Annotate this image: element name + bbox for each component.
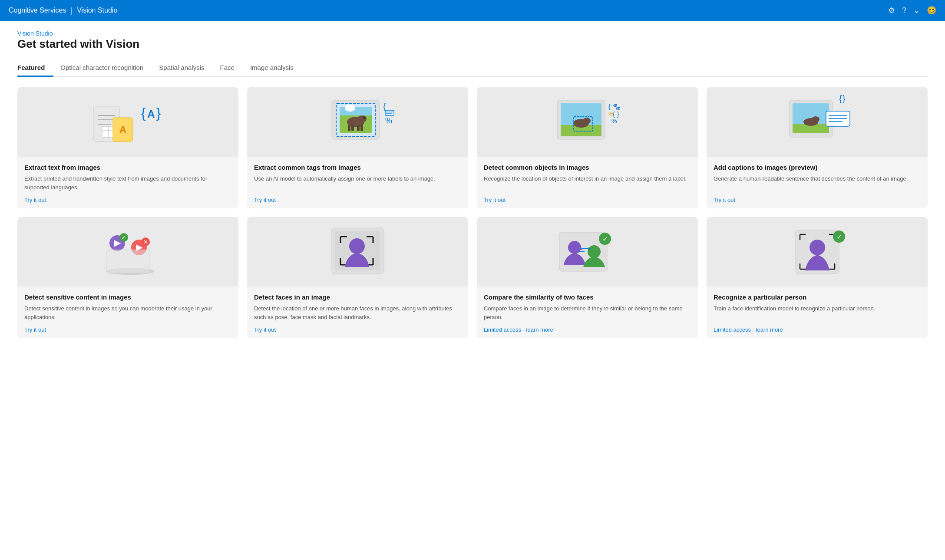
gear-icon[interactable]: ⚙ (888, 6, 895, 15)
card-detect-faces-body: Detect faces in an image Detect the loca… (247, 287, 468, 338)
svg-rect-25 (385, 110, 394, 115)
card-recognize-person: ✓ Recognize a particular person Train a … (707, 217, 928, 338)
svg-text:}: } (616, 103, 618, 110)
svg-point-46 (812, 116, 819, 122)
card-extract-text-body: Extract text from images Extract printed… (17, 157, 238, 208)
svg-point-76 (588, 245, 601, 258)
svg-text:}: } (617, 111, 619, 118)
svg-text:%: % (611, 118, 617, 125)
tab-featured[interactable]: Featured (17, 59, 53, 77)
card-recognize-person-title: Recognize a particular person (714, 293, 921, 301)
card-compare-faces-image: ✓ (477, 217, 698, 287)
card-detect-objects-image: { 🐾 } % { } % (477, 87, 698, 157)
card-extract-tags-image: { % (247, 87, 468, 157)
help-icon[interactable]: ? (902, 6, 906, 15)
svg-rect-19 (351, 125, 354, 131)
card-recognize-person-desc: Train a face identification model to rec… (714, 304, 921, 321)
svg-text:{: { (608, 103, 611, 110)
header-brand: Cognitive Services | Vision Studio (9, 6, 117, 15)
svg-text:%: % (385, 116, 392, 125)
card-extract-tags-body: Extract common tags from images Use an A… (247, 157, 468, 208)
svg-rect-20 (357, 125, 360, 131)
svg-text:{: { (613, 111, 615, 118)
card-detect-objects-desc: Recognize the location of objects of int… (484, 175, 691, 191)
svg-text:{: { (383, 102, 386, 111)
card-detect-objects-title: Detect common objects in images (484, 164, 691, 171)
card-extract-tags-title: Extract common tags from images (254, 164, 461, 171)
card-recognize-person-image: ✓ (707, 217, 928, 287)
card-detect-faces-link[interactable]: Try it out (254, 326, 461, 333)
card-extract-text-image: A { A } (17, 87, 238, 157)
svg-rect-21 (360, 125, 363, 131)
svg-point-90 (810, 240, 825, 255)
card-compare-faces-link[interactable]: Limited access - learn more (484, 326, 691, 333)
card-recognize-person-body: Recognize a particular person Train a fa… (707, 287, 928, 338)
tab-face[interactable]: Face (220, 59, 243, 77)
card-sensitive-content-image: ▶ ✓ ▶ ✕ (17, 217, 238, 287)
card-sensitive-content-link[interactable]: Try it out (24, 326, 231, 333)
card-sensitive-content-title: Detect sensitive content in images (24, 293, 231, 301)
tab-ocr[interactable]: Optical character recognition (60, 59, 152, 77)
card-extract-text-desc: Extract printed and handwritten style te… (24, 175, 231, 191)
card-extract-text: A { A } Extract text from images Extract… (17, 87, 238, 208)
svg-text:✓: ✓ (602, 235, 608, 243)
svg-text:✕: ✕ (143, 239, 148, 245)
card-detect-faces-desc: Detect the location of one or more human… (254, 304, 461, 321)
cards-row2: ▶ ✓ ▶ ✕ Detect sensitive content in imag… (17, 217, 928, 338)
cards-row1: A { A } Extract text from images Extract… (17, 87, 928, 208)
header-icons: ⚙ ? ⌄ 😊 (888, 6, 936, 15)
card-compare-faces: ✓ Compare the similarity of two faces Co… (477, 217, 698, 338)
svg-text:}: } (843, 94, 846, 103)
chevron-down-icon[interactable]: ⌄ (913, 6, 920, 15)
card-compare-faces-body: Compare the similarity of two faces Comp… (477, 287, 698, 338)
card-extract-tags-link[interactable]: Try it out (254, 197, 461, 203)
brand-label: Cognitive Services (9, 7, 66, 14)
svg-point-23 (345, 105, 355, 112)
svg-text:}: } (156, 105, 161, 121)
card-add-captions-image: { } (707, 87, 928, 157)
page-title: Get started with Vision (17, 37, 928, 51)
tab-image[interactable]: Image analysis (250, 59, 302, 77)
header: Cognitive Services | Vision Studio ⚙ ? ⌄… (0, 0, 945, 21)
svg-text:A: A (147, 108, 155, 120)
card-add-captions-title: Add captions to images (preview) (714, 164, 921, 171)
card-detect-objects-link[interactable]: Try it out (484, 197, 691, 203)
card-extract-text-title: Extract text from images (24, 164, 231, 171)
app-label: Vision Studio (77, 7, 117, 14)
card-add-captions-link[interactable]: Try it out (714, 197, 921, 203)
card-sensitive-content-body: Detect sensitive content in images Detec… (17, 287, 238, 338)
header-divider: | (71, 6, 73, 15)
card-detect-faces: Detect faces in an image Detect the loca… (247, 217, 468, 338)
main-content: Vision Studio Get started with Vision Fe… (0, 21, 945, 560)
tabs-nav: Featured Optical character recognition S… (17, 59, 928, 77)
svg-text:{: { (141, 105, 145, 121)
svg-point-17 (363, 116, 366, 119)
svg-rect-22 (340, 107, 372, 115)
user-icon[interactable]: 😊 (927, 6, 936, 15)
card-detect-faces-title: Detect faces in an image (254, 293, 461, 301)
tab-spatial[interactable]: Spatial analysis (159, 59, 213, 77)
card-recognize-person-link[interactable]: Limited access - learn more (714, 326, 921, 333)
svg-point-16 (358, 115, 367, 122)
card-add-captions-desc: Generate a human-readable sentence that … (714, 175, 921, 191)
card-detect-objects-body: Detect common objects in images Recogniz… (477, 157, 698, 208)
card-extract-text-link[interactable]: Try it out (24, 197, 231, 203)
card-sensitive-content-desc: Detect sensitive content in images so yo… (24, 304, 231, 321)
svg-rect-18 (348, 125, 350, 131)
card-compare-faces-desc: Compare faces in an image to determine i… (484, 304, 691, 321)
svg-text:A: A (119, 124, 126, 135)
card-add-captions: { } Add captions to images (preview) Gen… (707, 87, 928, 208)
svg-text:{: { (839, 94, 842, 103)
card-extract-tags-desc: Use an AI model to automatically assign … (254, 175, 461, 191)
breadcrumb[interactable]: Vision Studio (17, 30, 53, 37)
svg-rect-62 (106, 250, 150, 273)
svg-point-73 (349, 238, 365, 254)
card-detect-objects: { 🐾 } % { } % Detect common objects in i… (477, 87, 698, 208)
card-sensitive-content: ▶ ✓ ▶ ✕ Detect sensitive content in imag… (17, 217, 238, 338)
card-detect-faces-image (247, 217, 468, 287)
card-extract-tags: { % Extract common tags from images Use … (247, 87, 468, 208)
card-add-captions-body: Add captions to images (preview) Generat… (707, 157, 928, 208)
svg-text:✓: ✓ (121, 234, 126, 241)
card-compare-faces-title: Compare the similarity of two faces (484, 293, 691, 301)
svg-text:✓: ✓ (836, 233, 842, 240)
